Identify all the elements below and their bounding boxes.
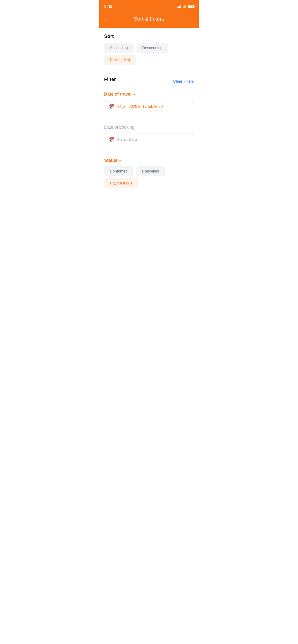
status-cancelled-button[interactable]: Cancelled xyxy=(136,166,165,176)
back-button[interactable]: ← xyxy=(104,15,111,23)
filter-label: Filter xyxy=(104,77,116,82)
battery-icon xyxy=(188,5,194,8)
header: ← Sort & Filters xyxy=(99,12,199,28)
clear-filters-button[interactable]: Clear Filters xyxy=(173,79,194,84)
sort-label: Sort xyxy=(104,34,194,39)
wifi-icon: 📶 xyxy=(183,4,187,8)
sort-ascending-button[interactable]: Ascending xyxy=(104,43,134,53)
date-of-travel-value: 14 jan 2020 to 17 feb 2020 xyxy=(117,104,163,109)
status-buttons-row-2: Payment due xyxy=(104,178,194,188)
calendar-icon-travel: 📅 xyxy=(108,104,114,110)
status-check: ✓ xyxy=(119,158,122,163)
sort-newest-button[interactable]: Newest first xyxy=(104,55,136,65)
status-buttons-row-1: Confirmed Cancelled xyxy=(104,166,194,176)
sort-filter-divider xyxy=(104,71,194,71)
filter-section: Filter Clear Filters Date of travel ✓ 📅 … xyxy=(104,77,194,188)
sort-section: Sort Ascending Descending Newest first xyxy=(104,34,194,65)
status-payment-due-button[interactable]: Payment due xyxy=(104,178,138,188)
filter-header: Filter Clear Filters xyxy=(104,77,194,86)
status-icons: 📶 xyxy=(177,4,194,8)
page-title: Sort & Filters xyxy=(134,16,164,22)
status-label: Status ✓ xyxy=(104,158,194,163)
status-time: 9:41 xyxy=(104,4,112,9)
date-of-travel-label: Date of travel ✓ xyxy=(104,92,194,97)
date-of-travel-input[interactable]: 📅 14 jan 2020 to 17 feb 2020 xyxy=(104,100,194,113)
booking-status-divider xyxy=(104,152,194,152)
date-of-booking-input[interactable]: 📅 Select Date xyxy=(104,133,194,146)
sort-descending-button[interactable]: Descending xyxy=(136,43,169,53)
calendar-icon-booking: 📅 xyxy=(108,137,114,142)
status-bar: 9:41 📶 xyxy=(99,0,199,12)
date-of-booking-label: Date of booking xyxy=(104,125,194,130)
signal-icon xyxy=(177,5,181,8)
date-of-travel-check: ✓ xyxy=(133,92,136,96)
sort-buttons-row: Ascending Descending xyxy=(104,43,194,53)
status-confirmed-button[interactable]: Confirmed xyxy=(104,166,133,176)
date-of-booking-section: Date of booking 📅 Select Date xyxy=(104,125,194,146)
travel-booking-divider xyxy=(104,119,194,119)
main-content: Sort Ascending Descending Newest first F… xyxy=(99,28,199,196)
status-section: Status ✓ Confirmed Cancelled Payment due xyxy=(104,158,194,188)
date-of-travel-section: Date of travel ✓ 📅 14 jan 2020 to 17 feb… xyxy=(104,92,194,113)
sort-newest-row: Newest first xyxy=(104,55,194,65)
date-of-booking-placeholder: Select Date xyxy=(117,138,137,142)
